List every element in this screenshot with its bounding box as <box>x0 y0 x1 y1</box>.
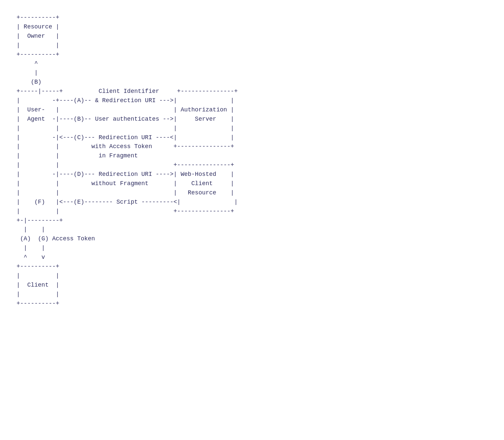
oauth-diagram: +----------+ | Resource | | Owner | | | … <box>17 13 487 308</box>
